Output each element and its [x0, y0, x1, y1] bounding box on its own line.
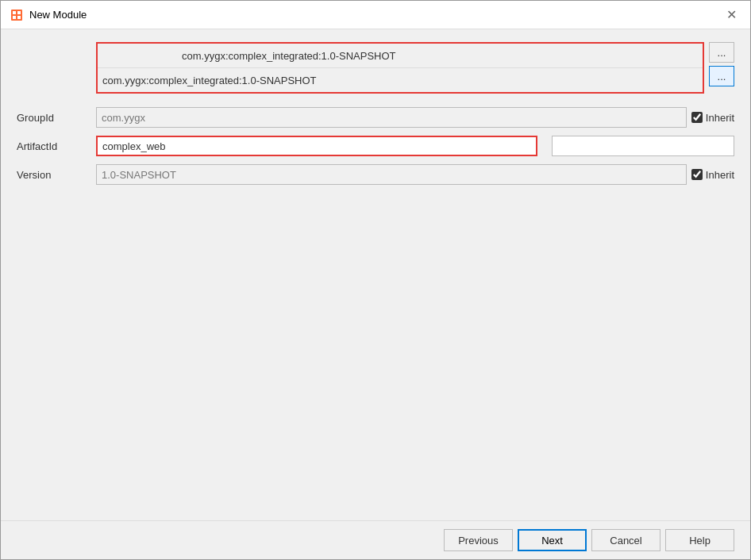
group-id-row: GroupId Inherit	[17, 106, 734, 128]
dialog-content: ... ... GroupId Inherit ArtifactId	[1, 29, 750, 520]
close-button[interactable]: ✕	[722, 6, 741, 25]
add-as-module-row	[98, 44, 703, 68]
dialog-footer: Previous Next Cancel Help	[1, 520, 750, 559]
previous-button[interactable]: Previous	[444, 529, 513, 551]
help-button[interactable]: Help	[665, 529, 734, 551]
add-module-browse-button[interactable]: ...	[709, 42, 734, 63]
artifact-id-extra-input[interactable]	[552, 136, 734, 156]
artifact-id-row: ArtifactId	[17, 135, 734, 157]
svg-rect-3	[13, 16, 16, 19]
module-icon	[10, 9, 23, 21]
title-bar-left: New Module	[10, 9, 87, 21]
artifact-id-input[interactable]	[96, 136, 537, 156]
next-button[interactable]: Next	[518, 529, 587, 551]
parent-browse-button[interactable]: ...	[709, 66, 734, 86]
version-inherit-checkbox[interactable]	[691, 169, 703, 180]
cancel-button[interactable]: Cancel	[591, 529, 660, 551]
version-inherit-label: Inherit	[706, 169, 734, 181]
svg-rect-2	[17, 11, 21, 14]
dialog-title: New Module	[29, 9, 87, 21]
group-id-inherit-label: Inherit	[706, 112, 734, 124]
group-id-inherit-checkbox[interactable]	[691, 112, 703, 123]
svg-rect-1	[13, 11, 16, 14]
svg-rect-4	[17, 16, 21, 19]
version-row: Version Inherit	[17, 163, 734, 186]
new-module-dialog: New Module ✕	[0, 0, 751, 560]
parent-input-inner[interactable]	[98, 71, 703, 90]
artifact-id-label: ArtifactId	[17, 140, 96, 152]
parent-row-inner	[98, 68, 703, 92]
module-parent-highlight-box	[96, 42, 704, 94]
version-input[interactable]	[96, 164, 687, 185]
add-as-module-to-input[interactable]	[177, 46, 703, 65]
group-id-input[interactable]	[96, 107, 687, 128]
title-bar: New Module ✕	[1, 1, 750, 29]
group-id-label: GroupId	[17, 112, 96, 124]
version-label: Version	[17, 169, 96, 181]
module-parent-group: ... ...	[17, 42, 734, 100]
